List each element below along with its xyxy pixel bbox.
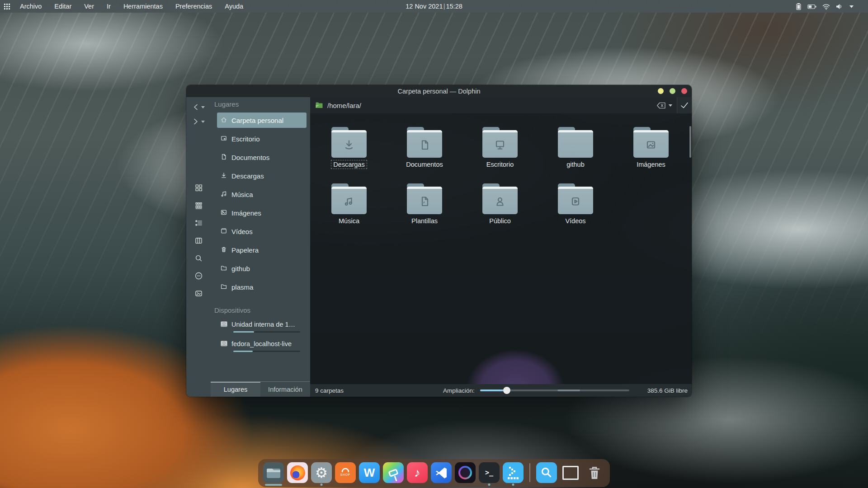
folder-item-escritorio[interactable]: Escritorio <box>464 127 536 180</box>
close-button[interactable] <box>681 88 687 94</box>
search-button[interactable] <box>193 254 203 264</box>
status-bar: 9 carpetas Ampliación: 385.6 GiB libre <box>310 384 692 397</box>
folder-item-público[interactable]: Público <box>464 183 536 237</box>
window-controls <box>658 85 687 97</box>
slider-handle[interactable] <box>503 387 510 394</box>
zoom-slider[interactable] <box>480 386 629 394</box>
paint-roller-icon <box>388 468 398 477</box>
forward-button[interactable] <box>192 116 205 127</box>
harddrive-icon <box>220 320 228 329</box>
view-columns-icon <box>194 236 203 247</box>
panel-tab-información[interactable]: Información <box>260 382 310 397</box>
minimize-button[interactable] <box>658 88 664 94</box>
more-options-icon <box>194 272 203 282</box>
dock-app-music-player[interactable]: ♪ <box>407 462 428 483</box>
dock-app-show-desktop[interactable] <box>560 462 581 483</box>
dock: ⚙SHOPW♪>_ <box>258 459 610 487</box>
folder-item-plantillas[interactable]: Plantillas <box>388 183 461 237</box>
sidebar-item-escritorio[interactable]: Escritorio <box>217 131 307 146</box>
sidebar-item-imágenes[interactable]: Imágenes <box>217 205 307 221</box>
dock-app-search[interactable] <box>536 462 557 483</box>
menu-herramientas[interactable]: Herramientas <box>117 0 169 13</box>
image-emblem-icon <box>633 132 669 158</box>
location-path[interactable]: /home/lara/ <box>327 102 656 109</box>
place-label: Escritorio <box>231 135 260 143</box>
menu-ver[interactable]: Ver <box>78 0 100 13</box>
folder-item-github[interactable]: github <box>539 127 612 180</box>
folder-label: Escritorio <box>484 160 516 169</box>
sidebar-item-papelera[interactable]: Papelera <box>217 242 307 258</box>
view-icons-button[interactable] <box>193 183 203 193</box>
more-options-button[interactable] <box>193 272 203 282</box>
chevron-down-icon[interactable] <box>849 3 854 10</box>
grid-dots <box>4 4 5 5</box>
panel-tab-lugares[interactable]: Lugares <box>211 382 260 397</box>
location-dropdown-button[interactable] <box>666 97 677 113</box>
clear-text-button[interactable] <box>656 97 666 113</box>
menu-ayuda[interactable]: Ayuda <box>218 0 250 13</box>
dock-app-theme-painter[interactable] <box>383 462 404 483</box>
dock-app-trash[interactable] <box>584 462 605 483</box>
folder-icon <box>331 183 367 214</box>
scrollbar-thumb[interactable] <box>689 126 691 158</box>
clock-time: 15:28 <box>446 3 462 10</box>
places-scroll: Lugares Carpeta personalEscritorioDocume… <box>211 97 310 381</box>
sidebar-item-plasma[interactable]: plasma <box>217 279 307 295</box>
dock-app-firefox[interactable] <box>287 462 308 483</box>
folder-item-música[interactable]: Música <box>313 183 385 237</box>
folder-item-documentos[interactable]: Documentos <box>388 127 461 180</box>
battery-icon[interactable] <box>794 3 802 10</box>
sidebar-item-documentos[interactable]: Documentos <box>217 150 307 165</box>
accept-location-button[interactable] <box>677 97 692 113</box>
dock-app-system-settings[interactable]: ⚙ <box>311 462 332 483</box>
device-item[interactable]: fedora_localhost-live <box>217 338 307 352</box>
dock-app-wps-office[interactable]: W <box>359 462 380 483</box>
sidebar-item-descargas[interactable]: Descargas <box>217 168 307 183</box>
maximize-button[interactable] <box>670 88 675 94</box>
folder-label: Imágenes <box>634 160 668 169</box>
trash-icon <box>588 465 601 480</box>
device-item[interactable]: Unidad interna de 1… <box>217 319 307 333</box>
backspace-icon <box>656 102 666 109</box>
place-label: Carpeta personal <box>231 117 283 124</box>
sidebar-item-vídeos[interactable]: Vídeos <box>217 224 307 239</box>
running-indicator <box>265 484 282 486</box>
volume-icon[interactable] <box>835 3 844 10</box>
dock-app-vscode[interactable] <box>431 462 452 483</box>
wifi-icon[interactable] <box>822 3 830 10</box>
view-compact-button[interactable] <box>193 201 203 211</box>
menu-preferencias[interactable]: Preferencias <box>169 0 218 13</box>
folder-item-descargas[interactable]: Descargas <box>313 127 385 180</box>
dock-app-file-manager[interactable] <box>263 462 284 483</box>
folder-label: Vídeos <box>563 216 588 225</box>
sidebar-item-carpeta-personal[interactable]: Carpeta personal <box>217 113 307 128</box>
folder-item-vídeos[interactable]: Vídeos <box>539 183 612 237</box>
menu-ir[interactable]: Ir <box>100 0 117 13</box>
app-grid-icon[interactable] <box>0 0 14 13</box>
location-bar[interactable]: /home/lara/ <box>310 97 692 113</box>
view-details-icon <box>194 219 203 229</box>
panel-tabs: LugaresInformación <box>211 381 310 397</box>
menu-editar[interactable]: Editar <box>48 0 78 13</box>
dock-app-pixel-arrow[interactable] <box>503 462 524 483</box>
window-titlebar[interactable]: Carpeta personal — Dolphin <box>186 85 692 97</box>
view-columns-button[interactable] <box>193 236 203 246</box>
folder-view[interactable]: DescargasDocumentosEscritoriogithubImáge… <box>310 113 692 384</box>
chevron-down-icon <box>201 121 205 123</box>
folder-item-imágenes[interactable]: Imágenes <box>615 127 687 180</box>
preview-button[interactable] <box>193 289 203 299</box>
menu-archivo[interactable]: Archivo <box>14 0 48 13</box>
dock-app-media-disc[interactable] <box>455 462 476 483</box>
back-button[interactable] <box>192 101 205 113</box>
sidebar-item-música[interactable]: Música <box>217 187 307 202</box>
sidebar: Lugares Carpeta personalEscritorioDocume… <box>186 97 310 397</box>
view-details-button[interactable] <box>193 219 203 229</box>
clock[interactable]: 12 Nov 2021 15:28 <box>406 3 462 10</box>
sidebar-item-github[interactable]: github <box>217 261 307 276</box>
place-label: plasma <box>231 283 253 291</box>
dock-app-terminal[interactable]: >_ <box>479 462 500 483</box>
window-title: Carpeta personal — Dolphin <box>398 88 481 95</box>
keyboard-battery-icon[interactable] <box>807 3 817 10</box>
dock-app-app-store[interactable]: SHOP <box>335 462 356 483</box>
capacity-bar <box>233 351 300 352</box>
